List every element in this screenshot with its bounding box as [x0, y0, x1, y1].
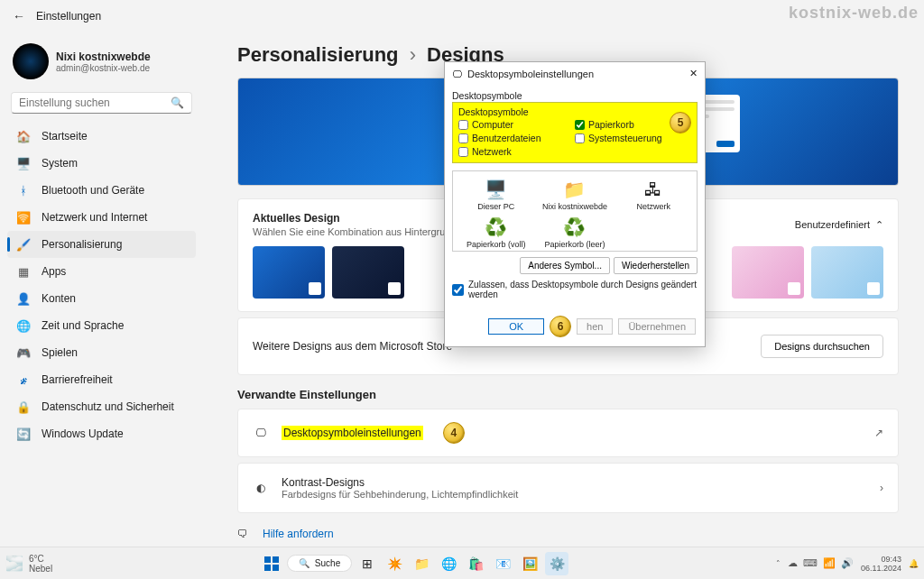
restore-button[interactable]: Wiederherstellen: [614, 257, 698, 274]
copilot-icon[interactable]: ✴️: [383, 552, 406, 575]
start-button[interactable]: [260, 552, 283, 575]
browse-designs-button[interactable]: Designs durchsuchen: [761, 335, 883, 358]
sidebar-item-7[interactable]: 🌐Zeit und Sprache: [7, 312, 196, 339]
nav-icon: ▦: [16, 264, 31, 279]
check-benutzerdateien[interactable]: Benutzerdateien: [458, 133, 575, 143]
icon-recycle-empty[interactable]: ♻️Papierkorb (leer): [539, 216, 611, 249]
sidebar-item-5[interactable]: ▦Apps: [7, 258, 196, 285]
nav-icon: 🏠: [16, 129, 31, 143]
sidebar-item-3[interactable]: 🛜Netzwerk und Internet: [7, 204, 196, 231]
nav-icon: 🖌️: [16, 237, 31, 252]
nav-icon: 🛜: [16, 210, 31, 225]
theme-dropdown[interactable]: Benutzerdefiniert ⌃: [795, 219, 883, 231]
annotation-4: 4: [443, 422, 465, 444]
explorer-icon[interactable]: 📁: [410, 552, 433, 575]
nav-label: Barrierefreiheit: [42, 373, 113, 386]
irfanview-icon[interactable]: 🖼️: [518, 552, 541, 575]
chevron-right-icon: ›: [880, 482, 883, 494]
clock[interactable]: 09:43 06.11.2024: [861, 555, 901, 573]
other-symbol-button[interactable]: Anderes Symbol...: [520, 257, 610, 274]
svg-rect-1: [273, 556, 279, 563]
check-netzwerk[interactable]: Netzwerk: [458, 146, 575, 157]
ok-button[interactable]: OK: [488, 318, 544, 335]
user-block[interactable]: Nixi kostnixwebde admin@kostnix-web.de: [7, 38, 196, 92]
svg-rect-2: [264, 565, 271, 571]
nav-label: Startseite: [42, 130, 88, 142]
taskbar-search[interactable]: 🔍Suche: [287, 555, 352, 572]
theme-thumb[interactable]: [332, 246, 404, 299]
edge-icon[interactable]: 🌐: [437, 552, 460, 575]
nav-icon: ᚼ: [16, 183, 31, 198]
settings-icon[interactable]: ⚙️: [545, 552, 568, 575]
nav-label: Konten: [42, 292, 76, 305]
notifications-icon[interactable]: 🔔: [909, 559, 919, 568]
app-title: Einstellungen: [36, 10, 101, 23]
chevron-right-icon: ›: [410, 43, 416, 66]
chevron-up-icon: ⌃: [875, 219, 883, 231]
search-icon: 🔍: [299, 558, 310, 568]
task-view-icon[interactable]: ⊞: [356, 552, 379, 575]
tray-chevron-icon[interactable]: ˄: [776, 559, 781, 568]
volume-icon[interactable]: 🔊: [841, 557, 854, 569]
group-label: Desktopsymbole: [458, 106, 691, 117]
icon-this-pc[interactable]: 🖥️Dieser PC: [460, 179, 532, 211]
nav-label: Spielen: [42, 346, 78, 359]
icon-preview-grid: 🖥️Dieser PC 📁Nixi kostnixwebde 🖧Netzwerk…: [452, 170, 698, 252]
onedrive-icon[interactable]: ☁: [788, 557, 798, 569]
search-input[interactable]: [19, 96, 171, 109]
nav-label: Bluetooth und Geräte: [42, 184, 144, 197]
icon-recycle-full[interactable]: ♻️Papierkorb (voll): [460, 216, 532, 249]
close-icon[interactable]: ✕: [689, 68, 698, 79]
contrast-designs-row[interactable]: ◐ Kontrast-Designs Farbdesigns für Sehbe…: [237, 463, 899, 513]
breadcrumb-parent[interactable]: Personalisierung: [237, 43, 399, 66]
store-icon[interactable]: 🛍️: [464, 552, 487, 575]
allow-themes-checkbox[interactable]: Zulassen, dass Desktopsymbole durch Desi…: [452, 280, 698, 299]
contrast-icon: ◐: [253, 482, 269, 494]
sidebar-item-11[interactable]: 🔄Windows Update: [7, 420, 196, 447]
contrast-title: Kontrast-Designs: [282, 476, 518, 489]
check-systemsteuerung[interactable]: Systemsteuerung: [575, 133, 691, 143]
contrast-sub: Farbdesigns für Sehbehinderung, Lichtemp…: [282, 489, 518, 500]
sidebar-item-0[interactable]: 🏠Startseite: [7, 123, 196, 150]
search-box[interactable]: 🔍: [11, 92, 192, 114]
dialog-icon: 🖵: [452, 69, 462, 79]
cancel-button[interactable]: hen: [577, 318, 613, 335]
sidebar-item-4[interactable]: 🖌️Personalisierung: [7, 231, 196, 258]
apply-button[interactable]: Übernehmen: [618, 318, 696, 335]
theme-thumb[interactable]: [811, 246, 883, 299]
nav-label: Zeit und Sprache: [42, 319, 124, 332]
nav-label: System: [42, 157, 78, 170]
help-link[interactable]: 🗨Hilfe anfordern: [237, 522, 899, 546]
desktop-icons-settings-row[interactable]: 🖵 Desktopsymboleinstellungen 4 ↗: [237, 409, 899, 457]
outlook-icon[interactable]: 📧: [491, 552, 514, 575]
nav-label: Apps: [42, 265, 66, 278]
theme-thumb[interactable]: [253, 246, 325, 299]
sidebar-item-9[interactable]: ⸙Barrierefreiheit: [7, 366, 196, 393]
nav-label: Windows Update: [42, 427, 124, 440]
back-button[interactable]: ←: [13, 9, 25, 23]
wifi-icon[interactable]: 📶: [823, 557, 836, 569]
svg-rect-3: [273, 565, 279, 571]
sidebar-item-8[interactable]: 🎮Spielen: [7, 339, 196, 366]
nav-icon: ⸙: [16, 372, 31, 387]
icon-user-folder[interactable]: 📁Nixi kostnixwebde: [539, 179, 611, 211]
sidebar: Nixi kostnixwebde admin@kostnix-web.de 🔍…: [0, 32, 203, 547]
icon-network[interactable]: 🖧Netzwerk: [617, 179, 689, 211]
nav-icon: 👤: [16, 291, 31, 306]
sidebar-item-1[interactable]: 🖥️System: [7, 150, 196, 177]
sidebar-item-2[interactable]: ᚼBluetooth und Geräte: [7, 177, 196, 204]
svg-rect-0: [264, 556, 271, 563]
sidebar-item-6[interactable]: 👤Konten: [7, 285, 196, 312]
nav-icon: 🔒: [16, 400, 31, 414]
fieldset-label: Desktopsymbole: [452, 90, 698, 101]
nav-label: Datenschutz und Sicherheit: [42, 400, 174, 413]
theme-thumb[interactable]: [732, 246, 804, 299]
taskbar: 🌫️ 6°C Nebel 🔍Suche ⊞ ✴️ 📁 🌐 🛍️ 📧 🖼️ ⚙️ …: [0, 547, 924, 579]
language-indicator[interactable]: ⌨: [803, 557, 818, 569]
sidebar-item-10[interactable]: 🔒Datenschutz und Sicherheit: [7, 393, 196, 420]
nav-label: Personalisierung: [42, 238, 122, 251]
check-computer[interactable]: Computer: [458, 119, 575, 130]
desktop-icons-label: Desktopsymboleinstellungen: [282, 426, 423, 440]
external-link-icon: ↗: [874, 427, 883, 439]
weather-widget[interactable]: 🌫️ 6°C Nebel: [5, 554, 52, 574]
